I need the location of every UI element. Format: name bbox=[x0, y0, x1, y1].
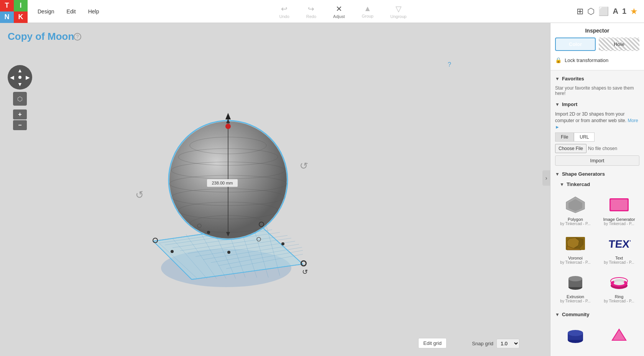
community-shapes-grid bbox=[555, 320, 639, 349]
pan-center-dot bbox=[18, 76, 21, 79]
zoom-in-button[interactable]: + bbox=[13, 109, 27, 119]
community-section-header[interactable]: ▼ Community bbox=[550, 309, 644, 320]
community-section bbox=[550, 320, 644, 353]
image-generator-name: Image Generator bbox=[603, 217, 635, 222]
scene-viewport: ↺ 238.00 mm ↺ ↺ bbox=[115, 92, 345, 306]
text-thumbnail: TEXT bbox=[605, 232, 633, 255]
favorites-chevron-icon: ▼ bbox=[555, 76, 560, 82]
polygon-thumbnail bbox=[562, 193, 589, 216]
snap-grid-control: Snap grid 0.1 0.5 1.0 2.0 5.0 10.0 bbox=[472, 339, 519, 348]
shape-item-extrusion[interactable]: Extrusion by Tinkercad - P... bbox=[555, 269, 596, 305]
number-icon[interactable]: 1 bbox=[622, 7, 626, 16]
box-icon[interactable]: ⬜ bbox=[598, 7, 609, 16]
tinkercad-chevron-icon: ▼ bbox=[560, 182, 564, 187]
snap-grid-select[interactable]: 0.1 0.5 1.0 2.0 5.0 10.0 bbox=[496, 339, 519, 348]
tinkercad-shapes-grid: Polygon by Tinkercad - P... Image Genera… bbox=[555, 190, 639, 306]
tinkercad-logo[interactable]: T I N K E R C A bbox=[0, 0, 28, 23]
import-button[interactable]: Import bbox=[555, 155, 639, 166]
shape-generators-section-header[interactable]: ▼ Shape Generators bbox=[550, 169, 644, 179]
shape-generators-chevron-icon: ▼ bbox=[555, 171, 560, 177]
inspector-help-icon[interactable]: ? bbox=[448, 61, 451, 68]
canvas-area[interactable]: Copy of Moon ? ▲ ▼ ◀ ▶ ⬡ + − bbox=[0, 23, 550, 356]
shape-item-polygon[interactable]: Polygon by Tinkercad - P... bbox=[555, 192, 596, 227]
shape-item-voronoi[interactable]: Voronoi by Tinkercad - P... bbox=[555, 230, 596, 266]
tinkercad-section-header[interactable]: ▼ Tinkercad bbox=[550, 179, 644, 189]
group-button[interactable]: ▲ Group bbox=[358, 3, 378, 20]
extrusion-author: by Tinkercad - P... bbox=[560, 299, 590, 303]
favorites-title: Favorites bbox=[562, 76, 584, 82]
home-icon: ⬡ bbox=[17, 95, 23, 103]
text-author: by Tinkercad - P... bbox=[604, 260, 634, 265]
import-section: Import 2D or 3D shapes from your compute… bbox=[550, 109, 644, 169]
ungroup-icon: ▽ bbox=[396, 4, 401, 13]
svg-text:↺: ↺ bbox=[299, 159, 309, 172]
svg-text:238.00 mm: 238.00 mm bbox=[212, 181, 233, 185]
logo-n: N bbox=[0, 11, 14, 23]
color-hole-buttons: Color Hole bbox=[555, 38, 639, 51]
star-icon[interactable]: ★ bbox=[630, 7, 638, 16]
redo-button[interactable]: ↪ Redo bbox=[302, 3, 320, 20]
svg-text:↺: ↺ bbox=[302, 268, 309, 276]
pan-down-arrow: ▼ bbox=[17, 81, 23, 87]
voronoi-author: by Tinkercad - P... bbox=[560, 260, 590, 265]
zoom-out-button[interactable]: − bbox=[13, 120, 27, 130]
group-icon: ▲ bbox=[364, 4, 371, 13]
cube-icon[interactable]: ⬡ bbox=[587, 7, 595, 16]
pan-up-arrow: ▲ bbox=[17, 67, 23, 73]
shape-generators-title: Shape Generators bbox=[562, 171, 605, 177]
home-view-button[interactable]: ⬡ bbox=[13, 92, 27, 106]
community-shape-1-thumbnail bbox=[562, 323, 589, 346]
help-button[interactable]: ? bbox=[74, 33, 81, 41]
voronoi-name: Voronoi bbox=[568, 256, 582, 260]
ring-author: by Tinkercad - P... bbox=[604, 299, 634, 303]
toolbar-right: ⊞ ⬡ ⬜ A 1 ★ bbox=[577, 7, 644, 16]
svg-rect-54 bbox=[611, 199, 628, 210]
image-generator-thumbnail bbox=[605, 193, 633, 216]
hole-button[interactable]: Hole bbox=[599, 38, 639, 51]
svg-point-45 bbox=[225, 124, 231, 129]
adjust-button[interactable]: ✕ Adjust bbox=[329, 3, 349, 20]
favorites-section-header[interactable]: ▼ Favorites bbox=[550, 73, 644, 84]
lock-transformation-row: 🔒 Lock transformation bbox=[555, 55, 639, 65]
favorites-empty-text: Star your favorite shapes to save them h… bbox=[550, 84, 644, 99]
color-button[interactable]: Color bbox=[555, 38, 596, 51]
redo-label: Redo bbox=[306, 14, 316, 19]
pan-control[interactable]: ▲ ▼ ◀ ▶ bbox=[8, 65, 32, 90]
file-tab[interactable]: File bbox=[555, 132, 574, 142]
community-shape-1[interactable] bbox=[555, 322, 596, 348]
nav-help[interactable]: Help bbox=[83, 6, 105, 17]
import-more-link[interactable]: More ► bbox=[555, 118, 638, 130]
zoom-controls: + − bbox=[13, 109, 27, 130]
extrusion-name: Extrusion bbox=[567, 294, 584, 299]
svg-text:TEXT: TEXT bbox=[608, 238, 631, 250]
community-shape-2[interactable] bbox=[599, 322, 639, 348]
ring-name: Ring bbox=[615, 294, 624, 299]
extrusion-thumbnail bbox=[562, 271, 589, 294]
shape-item-image-generator[interactable]: Image Generator by Tinkercad - P... bbox=[599, 192, 639, 227]
svg-point-36 bbox=[281, 242, 284, 245]
nav-design[interactable]: Design bbox=[32, 6, 60, 17]
shapes-panel: ▼ Favorites Star your favorite shapes to… bbox=[550, 70, 644, 356]
text-icon[interactable]: A bbox=[613, 7, 618, 16]
undo-button[interactable]: ↩ Undo bbox=[275, 3, 293, 20]
grid-icon[interactable]: ⊞ bbox=[577, 7, 583, 16]
svg-point-71 bbox=[568, 330, 583, 336]
import-section-header[interactable]: ▼ Import bbox=[550, 99, 644, 109]
edit-grid-button[interactable]: Edit grid bbox=[418, 338, 447, 348]
url-tab[interactable]: URL bbox=[574, 132, 595, 142]
voronoi-thumbnail bbox=[562, 232, 589, 255]
shape-item-text[interactable]: TEXT Text by Tinkercad - P... bbox=[599, 230, 639, 266]
project-title[interactable]: Copy of Moon bbox=[8, 31, 74, 42]
shape-item-ring[interactable]: Ring by Tinkercad - P... bbox=[599, 269, 639, 305]
undo-icon: ↩ bbox=[281, 4, 288, 13]
ungroup-button[interactable]: ▽ Ungroup bbox=[386, 3, 410, 20]
right-panel: Inspector Color Hole 🔒 Lock transformati… bbox=[550, 23, 644, 356]
svg-point-35 bbox=[227, 251, 230, 254]
collapse-panel-button[interactable]: › bbox=[542, 170, 550, 186]
nav-edit[interactable]: Edit bbox=[61, 6, 81, 17]
polygon-author: by Tinkercad - P... bbox=[560, 222, 590, 226]
choose-file-button[interactable]: Choose File bbox=[555, 144, 586, 153]
inspector-title: Inspector bbox=[555, 28, 639, 34]
svg-point-67 bbox=[614, 281, 624, 285]
redo-icon: ↪ bbox=[308, 4, 314, 13]
